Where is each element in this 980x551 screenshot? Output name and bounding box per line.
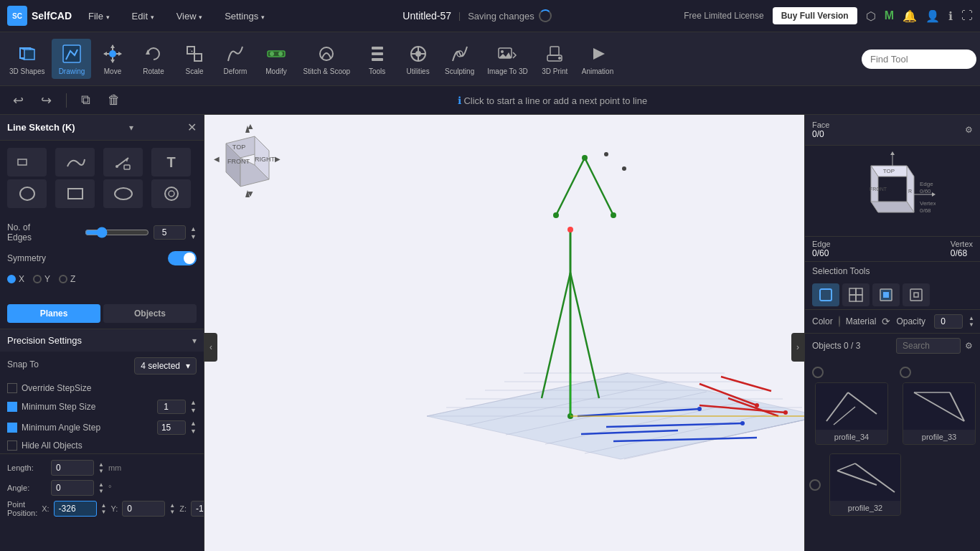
sel-tool-face[interactable] (872, 283, 900, 306)
color-picker[interactable] (839, 316, 840, 327)
material-icon[interactable]: ⟳ (882, 316, 890, 327)
tool-3d-shapes[interactable]: 3D Shapes (4, 39, 50, 79)
sketch-tool-polygon[interactable] (151, 179, 191, 208)
axis-z-radio[interactable]: Z (59, 274, 75, 284)
pos-y-input[interactable]: 0 (122, 501, 165, 517)
hide-all-objects-checkbox[interactable] (7, 441, 17, 451)
opacity-input[interactable]: 0 (934, 314, 963, 329)
sketch-tool-circle[interactable] (7, 179, 47, 208)
hide-all-objects-row[interactable]: Hide All Objects (0, 438, 204, 453)
planes-tab[interactable]: Planes (7, 304, 100, 323)
menu-view[interactable]: View ▾ (171, 8, 209, 24)
length-input[interactable]: 0 (51, 460, 94, 476)
object-card-profile34[interactable]: profile_34 (815, 382, 888, 445)
duplicate-button[interactable]: ⧉ (75, 90, 96, 110)
length-up[interactable]: ▲ (98, 461, 104, 468)
min-angle-step-checkbox[interactable] (7, 423, 17, 433)
sketch-tool-ellipse[interactable] (103, 179, 143, 208)
angle-down[interactable]: ▼ (98, 488, 104, 494)
tool-scale[interactable]: Scale (174, 39, 214, 79)
opacity-down[interactable]: ▼ (969, 321, 974, 328)
share-icon[interactable]: ⬡ (866, 9, 876, 23)
min-step-size-checkbox[interactable] (7, 402, 17, 412)
min-angle-down[interactable]: ▼ (190, 428, 197, 435)
edges-input[interactable]: 5 (154, 225, 186, 240)
objects-tab[interactable]: Objects (103, 304, 197, 323)
tool-drawing[interactable]: Drawing (52, 39, 91, 79)
fullscreen-icon[interactable]: ⛶ (961, 9, 973, 22)
snap-to-select[interactable]: 4 selected ▾ (134, 357, 197, 375)
edges-down[interactable]: ▼ (190, 233, 197, 240)
sel-tool-vertex[interactable] (903, 283, 930, 306)
info-icon[interactable]: ℹ (948, 9, 953, 23)
sketch-tool-line[interactable] (7, 148, 47, 176)
object-radio-32[interactable] (809, 479, 821, 491)
search-input[interactable] (896, 338, 961, 354)
menu-edit[interactable]: Edit ▾ (126, 8, 160, 24)
sketch-tool-pen[interactable] (103, 148, 143, 176)
objects-gear-icon[interactable]: ⚙ (965, 341, 973, 351)
list-item[interactable]: profile_33 (897, 365, 980, 448)
pos-y-down[interactable]: ▼ (169, 509, 175, 515)
tool-modify[interactable]: Modify (256, 39, 296, 79)
pos-y-up[interactable]: ▲ (169, 502, 175, 509)
bell-icon[interactable]: 🔔 (903, 9, 917, 23)
menu-settings[interactable]: Settings ▾ (219, 8, 270, 24)
tool-stitch-scoop[interactable]: Stitch & Scoop (297, 39, 356, 79)
pos-x-input[interactable]: -326 (54, 501, 97, 517)
length-down[interactable]: ▼ (98, 468, 104, 474)
edges-up[interactable]: ▲ (190, 225, 197, 232)
panel-close-button[interactable]: ✕ (187, 121, 197, 134)
opacity-up[interactable]: ▲ (969, 315, 974, 321)
pos-z-input[interactable]: -190 (191, 501, 204, 517)
symmetry-toggle[interactable] (168, 251, 197, 265)
undo-button[interactable]: ↩ (7, 90, 29, 111)
min-angle-up[interactable]: ▲ (190, 420, 197, 427)
settings-gear-icon[interactable]: ⚙ (965, 125, 973, 135)
tool-deform[interactable]: Deform (215, 39, 255, 79)
min-step-size-input[interactable]: 1 (157, 400, 186, 414)
override-stepsize-row[interactable]: Override StepSize (0, 380, 204, 396)
object-radio-34[interactable] (812, 367, 824, 378)
tool-sculpting[interactable]: Sculpting (439, 39, 480, 79)
min-angle-step-row[interactable]: Minimum Angle Step 15 ▲ ▼ (0, 417, 204, 438)
override-stepsize-checkbox[interactable] (7, 383, 17, 393)
precision-settings-header[interactable]: Precision Settings ▾ (0, 329, 204, 352)
delete-button[interactable]: 🗑 (102, 90, 126, 110)
tool-tools[interactable]: Tools (357, 39, 397, 79)
buy-full-version-button[interactable]: Buy Full Version (773, 7, 857, 24)
sketch-tool-curve[interactable] (55, 148, 95, 176)
list-item[interactable]: profile_34 (809, 365, 894, 448)
min-step-down[interactable]: ▼ (190, 407, 197, 414)
user-icon[interactable]: 👤 (925, 9, 940, 23)
min-angle-step-input[interactable]: 15 (157, 420, 186, 435)
pos-x-down[interactable]: ▼ (101, 509, 107, 515)
find-tool-input[interactable] (862, 50, 976, 69)
axis-x-radio[interactable]: X (7, 274, 24, 284)
tool-image-to-3d[interactable]: Image To 3D (481, 39, 534, 79)
object-card-profile33[interactable]: profile_33 (903, 382, 976, 445)
tool-utilities[interactable]: Utilities (398, 39, 438, 79)
tool-animation[interactable]: Animation (576, 39, 619, 79)
sel-tool-object[interactable] (812, 283, 839, 306)
angle-input[interactable]: 0 (51, 480, 94, 496)
edges-slider[interactable] (85, 227, 149, 238)
object-card-profile32[interactable]: profile_32 (829, 453, 901, 516)
redo-button[interactable]: ↪ (35, 90, 57, 111)
sketch-tool-text[interactable]: T (151, 148, 191, 176)
sketch-tool-rectangle[interactable] (55, 179, 95, 208)
tool-move[interactable]: Move (93, 39, 132, 79)
m-icon[interactable]: M (885, 9, 894, 22)
menu-file[interactable]: File ▾ (83, 8, 116, 24)
angle-up[interactable]: ▲ (98, 481, 104, 488)
min-step-up[interactable]: ▲ (190, 399, 197, 406)
tool-rotate[interactable]: Rotate (133, 39, 173, 79)
panel-dropdown-icon[interactable]: ▾ (129, 123, 133, 133)
pos-x-up[interactable]: ▲ (101, 502, 107, 509)
tool-3d-print[interactable]: 3D Print (535, 39, 575, 79)
axis-y-radio[interactable]: Y (33, 274, 50, 284)
sel-tool-multi[interactable] (842, 283, 870, 306)
viewport[interactable]: TOP FRONT RIGHT ▼ ▲ ◀ ▶ ‹ › (204, 115, 804, 551)
min-step-size-row[interactable]: Minimum Step Size 1 ▲ ▼ (0, 396, 204, 417)
object-radio-33[interactable] (900, 367, 911, 378)
